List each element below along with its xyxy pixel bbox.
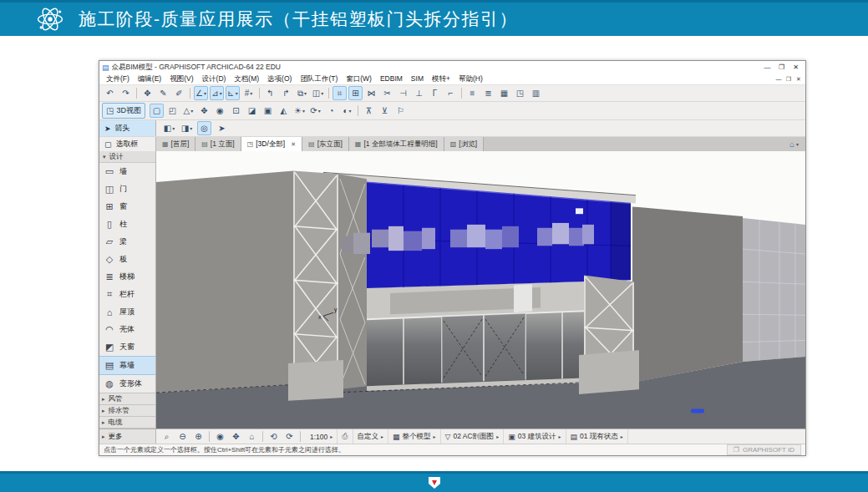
view-tab[interactable]: ▦ [首层] xyxy=(156,137,195,151)
snap-guides-icon[interactable]: ⊞ xyxy=(348,86,363,100)
minimize-button[interactable]: — xyxy=(760,63,774,71)
selection-method-option[interactable]: ◧ ▾ xyxy=(162,121,176,135)
toolbox-group[interactable]: ▸ 电缆 xyxy=(99,416,155,428)
guide-lines-icon[interactable]: ⌗ xyxy=(332,86,347,100)
toolbar-icon[interactable] xyxy=(461,88,462,99)
structure-display-select[interactable]: ▦ 整个模型 ▸ xyxy=(388,429,441,444)
shadow-icon[interactable]: ◭ xyxy=(277,104,291,118)
zoom-preset-select[interactable]: 自定义 ▸ xyxy=(353,429,389,444)
tool-morph[interactable]: ◍ 变形体 xyxy=(99,375,155,393)
view-tab[interactable]: ▧ [浏览] xyxy=(444,137,484,151)
quick-selection-option[interactable]: ◨ ▾ xyxy=(180,121,194,135)
menu-item[interactable]: EDBIM xyxy=(376,74,407,84)
undo-icon[interactable]: ↶ xyxy=(103,86,117,100)
story-down-icon[interactable]: ⊻ xyxy=(378,104,392,118)
menu-item[interactable]: SIM xyxy=(407,74,428,84)
renovation-filter-select[interactable]: ▤ 01 现有状态 ▸ xyxy=(566,429,628,444)
tool-beam[interactable]: ▱ 梁 xyxy=(99,233,155,251)
child-restore-button[interactable]: ❐ xyxy=(784,76,794,83)
explore-model-icon[interactable]: ✥ xyxy=(197,104,211,118)
pen-set-select[interactable]: ▣ 03 建筑设计 ▸ xyxy=(504,429,566,444)
menu-item[interactable]: 视图(V) xyxy=(165,74,197,84)
autogroup-icon[interactable]: ≣ xyxy=(481,86,495,100)
cursor-preview-icon[interactable]: ➤ xyxy=(215,121,229,135)
render-settings-icon[interactable]: ◐ ▾ xyxy=(340,104,354,118)
inject-parameters-icon[interactable]: ✐ xyxy=(172,86,186,100)
menu-item[interactable]: 文档(M) xyxy=(230,74,263,84)
organizer-icon[interactable]: ◳ xyxy=(513,86,527,100)
orbit-icon[interactable]: ◉ xyxy=(213,429,227,444)
camera-icon[interactable]: △ ▾ xyxy=(181,104,195,118)
menu-item[interactable]: 设计(D) xyxy=(198,74,231,84)
magnet-option[interactable]: ◎ xyxy=(197,121,211,135)
cutting-plane-icon[interactable]: ◪ xyxy=(245,104,259,118)
child-minimize-button[interactable]: — xyxy=(774,76,784,83)
snap-reference-icon[interactable]: ⊾ ▾ xyxy=(226,86,240,100)
toolbar-icon[interactable] xyxy=(259,88,260,99)
look-to-icon[interactable]: ◉ xyxy=(213,104,227,118)
markup-icon[interactable]: ⚐ xyxy=(393,104,408,118)
story-up-icon[interactable]: ⊼ xyxy=(362,104,376,118)
graphisoft-id-palette[interactable]: ❐ GRAPHISOFT ID xyxy=(727,444,801,455)
3d-view-button[interactable]: ◳ 3D视图 xyxy=(102,103,145,119)
view-tab[interactable]: ◳ [3D/全部] ✕ xyxy=(241,137,302,151)
intersect-icon[interactable]: ⋈ xyxy=(364,86,378,100)
redo-icon[interactable]: ↷ xyxy=(119,86,133,100)
nav-icon[interactable] xyxy=(209,431,210,442)
child-close-button[interactable]: ✕ xyxy=(794,76,804,83)
rotate-icon[interactable]: ↱ xyxy=(279,86,293,100)
tool-column[interactable]: ▯ 柱 xyxy=(99,216,155,233)
snap-slope-icon[interactable]: ⊿ ▾ xyxy=(210,86,224,100)
snap-grid-icon[interactable]: # ▾ xyxy=(241,86,256,100)
menu-item[interactable]: 窗口(W) xyxy=(342,74,376,84)
toolbar-icon[interactable] xyxy=(136,88,137,99)
next-view-icon[interactable]: ⟳ xyxy=(282,429,297,444)
nav-icon[interactable] xyxy=(262,431,263,442)
previous-view-icon[interactable]: ⟲ xyxy=(266,429,281,444)
toolbox-group[interactable]: ▸ 排水管 xyxy=(99,404,155,416)
marquee-view-icon[interactable]: ▢ xyxy=(150,104,164,118)
trim-icon[interactable]: ⊥ xyxy=(412,86,426,100)
print-icon[interactable]: ⎙ xyxy=(338,429,353,444)
toolbox-group-more[interactable]: ▸ 更多 xyxy=(99,429,156,444)
pick-up-tab-settings[interactable]: ⌂ ▾ xyxy=(783,137,805,151)
multiply-icon[interactable]: ⧉ ▾ xyxy=(295,86,309,100)
group-icon[interactable]: ≡ xyxy=(465,86,480,100)
tool-window[interactable]: ⊞ 窗 xyxy=(99,198,155,216)
rebuild-icon[interactable]: ⟳ ▾ xyxy=(308,104,322,118)
zoom-out-icon[interactable]: ⊖ xyxy=(175,429,190,444)
3d-viewport[interactable]: x y xyxy=(156,151,805,429)
tool-door[interactable]: ◫ 门 xyxy=(99,180,155,198)
menu-item[interactable]: 编辑(E) xyxy=(134,74,165,84)
pickup-parameters-icon[interactable]: ✎ xyxy=(156,86,170,100)
arrow-tool[interactable]: ➤ 箭头 xyxy=(99,120,156,136)
marquee-tool[interactable]: ▢ 选取框 xyxy=(99,137,156,151)
chamfer-icon[interactable]: ⌐ xyxy=(444,86,458,100)
explore-icon[interactable]: ✥ xyxy=(229,429,243,444)
favorites-icon[interactable]: ▥ xyxy=(529,86,543,100)
tool-stair[interactable]: ≣ 楼梯 xyxy=(99,268,155,286)
menu-item[interactable]: 选项(O) xyxy=(263,74,296,84)
toolbox-design-header[interactable]: ▾ 设计 xyxy=(99,151,155,163)
fit-view-icon[interactable]: ⌂ xyxy=(245,429,259,444)
tool-wall[interactable]: ▭ 墙 xyxy=(99,163,155,180)
3d-cutaway-icon[interactable]: ◰ xyxy=(165,104,180,118)
tool-skylight[interactable]: ◩ 天窗 xyxy=(99,338,155,356)
toolbar-icon[interactable] xyxy=(358,105,358,116)
tool-roof[interactable]: ⌂ 屋顶 xyxy=(99,303,155,321)
close-button[interactable]: ✕ xyxy=(789,63,803,71)
zoom-icon[interactable]: ⌕ xyxy=(160,429,174,444)
restore-button[interactable]: ❐ xyxy=(774,63,789,71)
menu-item[interactable]: 团队工作(T) xyxy=(296,74,342,84)
view-tab[interactable]: ▦ [1 全部墙体工程量明细] xyxy=(349,137,444,151)
tab-close-icon[interactable]: ✕ xyxy=(291,141,296,148)
fillet-icon[interactable]: Γ xyxy=(428,86,442,100)
toolbar-icon[interactable] xyxy=(328,88,329,99)
zoom-in-icon[interactable]: ⊕ xyxy=(191,429,206,444)
mirror-icon[interactable]: ↰ xyxy=(263,86,277,100)
sun-settings-icon[interactable]: ☀ ▾ xyxy=(292,104,307,118)
layers-icon[interactable]: ▦ xyxy=(497,86,511,100)
view-tab[interactable]: ▤ [东立面] xyxy=(302,137,349,151)
3d-style-icon[interactable]: ▣ xyxy=(261,104,275,118)
menu-item[interactable]: 文件(F) xyxy=(102,74,134,84)
